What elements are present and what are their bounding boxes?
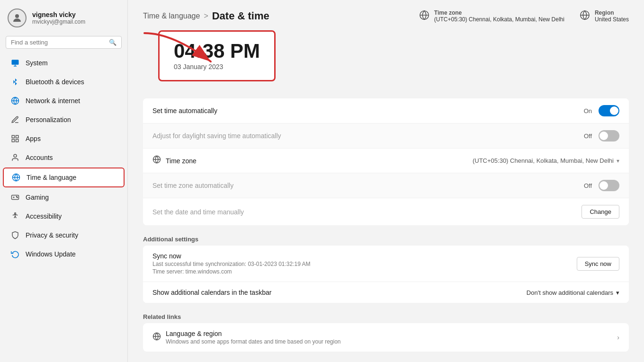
sync-title: Sync now <box>152 252 311 260</box>
user-email: mvickyvj@gmail.com <box>32 18 85 25</box>
sidebar-item-system-label: System <box>26 59 48 67</box>
settings-group-time: Set time automatically On Adjust for day… <box>143 98 629 225</box>
region-icon <box>580 10 590 23</box>
set-time-auto-row: Set time automatically On <box>143 98 629 124</box>
sidebar-item-gaming[interactable]: Gaming <box>3 188 125 206</box>
sidebar-item-network[interactable]: Network & internet <box>3 92 125 110</box>
region-info: Region United States <box>580 9 629 23</box>
timezone-row-label: Time zone <box>166 157 197 165</box>
svg-point-17 <box>15 213 16 214</box>
time-card-section: 04:38 PM 03 January 2023 <box>128 30 644 98</box>
calendars-dropdown[interactable]: Don't show additional calendars ▾ <box>527 289 619 296</box>
personalization-icon <box>10 115 20 124</box>
sidebar-item-accounts-label: Accounts <box>26 154 53 161</box>
breadcrumb-parent: Time & language <box>143 12 200 20</box>
additional-settings-header: Additional settings <box>143 232 629 246</box>
timezone-label: Time zone <box>434 9 564 16</box>
svg-rect-2 <box>12 60 19 65</box>
svg-rect-7 <box>12 135 14 138</box>
sidebar: vignesh vicky mvickyvj@gmail.com 🔍 Syste… <box>0 0 128 362</box>
main-content: Time & language > Date & time Time zone … <box>128 0 644 362</box>
sidebar-item-personalization[interactable]: Personalization <box>3 111 125 129</box>
sync-server: Time server: time.windows.com <box>152 268 311 275</box>
set-date-time-manually-row: Set the date and time manually Change <box>143 198 629 225</box>
sync-now-button[interactable]: Sync now <box>577 257 619 271</box>
sidebar-item-accessibility[interactable]: Accessibility <box>3 207 125 225</box>
search-box[interactable]: 🔍 <box>6 36 122 49</box>
additional-calendars-row[interactable]: Show additional calendars in the taskbar… <box>143 282 629 303</box>
language-region-chevron-icon: › <box>617 334 619 341</box>
timezone-row[interactable]: Time zone (UTC+05:30) Chennai, Kolkata, … <box>143 149 629 173</box>
sidebar-item-windows-update[interactable]: Windows Update <box>3 245 125 263</box>
time-card: 04:38 PM 03 January 2023 <box>158 30 276 81</box>
search-icon: 🔍 <box>109 39 116 46</box>
toggle-thumb-2 <box>599 132 608 140</box>
avatar <box>8 9 27 27</box>
timezone-icon <box>419 10 429 23</box>
set-time-auto-toggle[interactable] <box>599 105 619 116</box>
date-display: 03 January 2023 <box>174 63 260 71</box>
timezone-value: (UTC+05:30) Chennai, Kolkata, Mumbai, Ne… <box>434 16 564 23</box>
header-meta: Time zone (UTC+05:30) Chennai, Kolkata, … <box>419 9 629 23</box>
timezone-info: Time zone (UTC+05:30) Chennai, Kolkata, … <box>419 9 564 23</box>
language-region-sub: Windows and some apps format dates and t… <box>166 338 341 345</box>
related-links-header: Related links <box>143 309 629 323</box>
language-region-content: Language & region Windows and some apps … <box>152 330 341 345</box>
sidebar-item-system[interactable]: System <box>3 54 125 72</box>
language-region-title: Language & region <box>166 330 341 337</box>
svg-point-1 <box>15 14 19 18</box>
svg-rect-9 <box>12 140 14 142</box>
sidebar-item-time-language[interactable]: Time & language <box>3 168 125 187</box>
page-title: Date & time <box>212 10 269 22</box>
additional-calendars-label: Show additional calendars in the taskbar <box>152 289 271 296</box>
breadcrumb-separator: > <box>204 12 208 20</box>
set-time-auto-label: Set time automatically <box>152 107 217 115</box>
sidebar-item-windows-update-label: Windows Update <box>26 250 76 258</box>
settings-content: Set time automatically On Adjust for day… <box>128 98 644 362</box>
language-region-info: Language & region Windows and some apps … <box>166 330 341 345</box>
network-icon <box>10 96 20 106</box>
sidebar-item-gaming-label: Gaming <box>26 194 49 201</box>
svg-point-11 <box>14 154 17 157</box>
sidebar-item-accounts[interactable]: Accounts <box>3 149 125 167</box>
language-region-row[interactable]: Language & region Windows and some apps … <box>143 323 629 352</box>
daylight-saving-state: Off <box>584 132 592 140</box>
set-timezone-auto-label: Set time zone automatically <box>152 182 233 189</box>
sidebar-item-apps[interactable]: Apps <box>3 130 125 148</box>
calendars-value: Don't show additional calendars <box>527 289 613 296</box>
timezone-text: Time zone (UTC+05:30) Chennai, Kolkata, … <box>434 9 564 23</box>
sidebar-item-apps-label: Apps <box>26 135 41 142</box>
system-icon <box>10 58 20 68</box>
breadcrumb: Time & language > Date & time <box>143 10 269 22</box>
user-profile[interactable]: vignesh vicky mvickyvj@gmail.com <box>0 0 127 34</box>
set-time-auto-state: On <box>584 107 592 115</box>
set-date-time-manually-label: Set the date and time manually <box>152 208 244 216</box>
set-timezone-auto-toggle[interactable] <box>599 180 619 191</box>
daylight-saving-row: Adjust for daylight saving time automati… <box>143 124 629 149</box>
change-button[interactable]: Change <box>581 205 619 219</box>
set-timezone-auto-state: Off <box>584 182 592 189</box>
time-language-icon <box>11 173 21 182</box>
daylight-saving-toggle[interactable] <box>599 130 619 141</box>
set-timezone-auto-row: Set time zone automatically Off <box>143 173 629 198</box>
toggle-thumb <box>610 106 618 115</box>
sidebar-item-privacy[interactable]: Privacy & security <box>3 226 125 244</box>
sidebar-item-accessibility-label: Accessibility <box>26 212 62 220</box>
timezone-row-icon <box>152 155 161 166</box>
svg-rect-8 <box>16 135 18 138</box>
sync-last: Last successful time synchronization: 03… <box>152 261 311 267</box>
sidebar-item-bluetooth[interactable]: Bluetooth & devices <box>3 73 125 91</box>
sync-now-row: Sync now Last successful time synchroniz… <box>143 246 629 282</box>
timezone-row-content: Time zone <box>152 155 197 166</box>
accessibility-icon <box>10 212 20 221</box>
accounts-icon <box>10 153 20 162</box>
sidebar-item-privacy-label: Privacy & security <box>26 231 78 239</box>
sidebar-item-personalization-label: Personalization <box>26 116 71 124</box>
privacy-icon <box>10 230 20 240</box>
toggle-thumb-3 <box>599 181 608 190</box>
search-input[interactable] <box>11 39 106 46</box>
calendars-chevron-icon: ▾ <box>616 289 619 296</box>
time-display: 04:38 PM <box>174 41 260 61</box>
daylight-saving-label: Adjust for daylight saving time automati… <box>152 132 281 140</box>
windows-update-icon <box>10 249 20 259</box>
